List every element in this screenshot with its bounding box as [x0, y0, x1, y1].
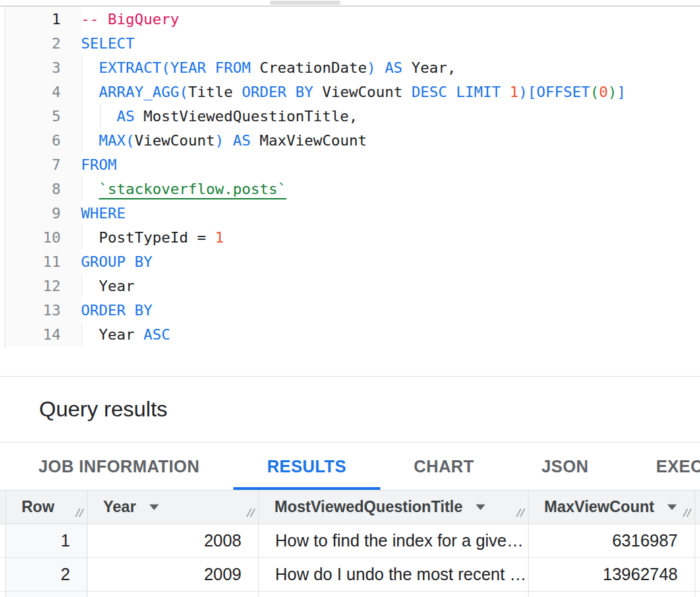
row-gutter-cell [0, 558, 6, 591]
column-header-year[interactable]: Year [88, 491, 259, 524]
code-line-text: `stackoverflow.posts` [61, 181, 287, 197]
column-header-label: Row [22, 498, 55, 516]
line-number: 11 [0, 253, 61, 270]
tab-results[interactable]: RESULTS [233, 443, 380, 490]
line-number: 3 [0, 59, 61, 76]
table-filler-cell [695, 491, 700, 524]
results-tabbar: JOB INFORMATIONRESULTSCHARTJSONEXECUTION… [0, 443, 700, 491]
column-header-maxviewcount[interactable]: MaxViewCount [529, 491, 695, 524]
table-filler-cell [695, 592, 700, 597]
code-line-text: Year [61, 278, 134, 294]
table-cell [88, 592, 259, 597]
table-cell: 2009 [88, 558, 259, 591]
code-line: 8 `stackoverflow.posts` [0, 177, 700, 201]
tab-chart[interactable]: CHART [380, 443, 508, 490]
row-gutter-cell [0, 592, 6, 597]
line-number: 6 [0, 132, 61, 149]
table-body: 12008How to find the index for a give…63… [0, 524, 700, 592]
code-line: 1-- BigQuery [0, 7, 700, 31]
code-line: 5 AS MostViewedQuestionTitle, [0, 104, 700, 128]
code-line-text: MAX(ViewCount) AS MaxViewCount [61, 132, 367, 149]
code-line: 9WHERE [0, 201, 700, 225]
row-gutter-cell [0, 524, 6, 557]
sort-dropdown-icon[interactable] [475, 503, 486, 511]
table-filler-cell [695, 558, 700, 591]
code-line-text: ARRAY_AGG(Title ORDER BY ViewCount DESC … [61, 84, 626, 100]
code-line: 14 Year ASC [0, 322, 700, 346]
query-results-header: Query results [0, 377, 700, 443]
table-cell: 6316987 [529, 524, 695, 557]
line-number: 1 [0, 11, 61, 28]
code-line: 11GROUP BY [0, 249, 700, 274]
code-line: 4 ARRAY_AGG(Title ORDER BY ViewCount DES… [0, 80, 700, 104]
line-number: 12 [0, 278, 61, 294]
top-scrollbar-track [0, 0, 700, 5]
code-line-text: GROUP BY [61, 253, 152, 270]
table-filler-cell [695, 524, 700, 557]
indent-guide [82, 177, 82, 201]
sql-editor[interactable]: 1-- BigQuery2SELECT3 EXTRACT(YEAR FROM C… [0, 7, 700, 377]
line-number: 13 [0, 302, 61, 319]
column-resize-handle-icon[interactable] [73, 503, 85, 522]
line-number: 14 [0, 326, 61, 343]
column-resize-handle-icon[interactable] [514, 503, 526, 522]
column-resize-handle-icon[interactable] [680, 503, 693, 522]
column-header-label: MostViewedQuestionTitle [274, 498, 463, 516]
table-cell: How do I undo the most recent … [259, 558, 529, 591]
scrollbar-thumb[interactable] [270, 1, 341, 5]
code-line: 7FROM [0, 152, 700, 177]
column-header-mostviewedquestiontitle[interactable]: MostViewedQuestionTitle [259, 491, 529, 524]
table-row: 12008How to find the index for a give…63… [0, 524, 700, 558]
code-line: 2SELECT [0, 31, 700, 55]
column-header-label: Year [103, 498, 136, 516]
code-line: 13ORDER BY [0, 298, 700, 322]
table-cell: 1 [6, 524, 88, 557]
tab-json[interactable]: JSON [508, 443, 622, 490]
sort-dropdown-icon[interactable] [666, 503, 678, 511]
results-table: RowYearMostViewedQuestionTitleMaxViewCou… [0, 491, 700, 597]
tab-job-information[interactable]: JOB INFORMATION [5, 443, 233, 490]
table-cell: 2008 [88, 524, 259, 557]
code-line: 12 Year [0, 274, 700, 298]
tab-execution-details[interactable]: EXECUTION DETAILS [622, 443, 700, 490]
code-line-text: ORDER BY [61, 302, 152, 319]
code-line: 3 EXTRACT(YEAR FROM CreationDate) AS Yea… [0, 55, 700, 80]
sort-dropdown-icon[interactable] [148, 503, 160, 511]
table-cell [529, 592, 695, 597]
code-lines[interactable]: 1-- BigQuery2SELECT3 EXTRACT(YEAR FROM C… [0, 7, 700, 346]
table-header-row: RowYearMostViewedQuestionTitleMaxViewCou… [0, 491, 700, 524]
code-line-text: AS MostViewedQuestionTitle, [61, 108, 358, 125]
indent-guide [82, 322, 82, 346]
column-resize-handle-icon[interactable] [244, 503, 256, 522]
code-line-text: -- BigQuery [61, 11, 179, 28]
table-cell [259, 592, 529, 597]
line-number: 5 [0, 108, 61, 125]
indent-guide [100, 104, 100, 128]
line-number: 7 [0, 156, 61, 173]
code-line-text: FROM [61, 156, 117, 173]
code-line-text: PostTypeId = 1 [61, 229, 224, 246]
row-gutter-cell [0, 491, 6, 524]
line-number: 9 [0, 205, 61, 222]
indent-guide [82, 55, 82, 152]
page-title: Query results [39, 397, 167, 422]
table-cell: How to find the index for a give… [259, 524, 529, 557]
table-cell [6, 592, 88, 597]
line-number: 8 [0, 181, 61, 197]
column-header-row[interactable]: Row [6, 491, 88, 524]
code-line: 10 PostTypeId = 1 [0, 225, 700, 249]
code-line-text: WHERE [61, 205, 125, 222]
table-row: 22009How do I undo the most recent …1396… [0, 558, 700, 592]
indent-guide [82, 274, 82, 298]
table-row-partial [0, 592, 700, 597]
table-cell: 13962748 [529, 558, 695, 591]
line-number: 4 [0, 84, 61, 100]
indent-guide [82, 225, 82, 249]
code-line-text: SELECT [61, 35, 134, 52]
column-header-label: MaxViewCount [544, 498, 654, 516]
code-line-text: EXTRACT(YEAR FROM CreationDate) AS Year, [61, 59, 456, 76]
code-line-text: Year ASC [61, 326, 170, 343]
table-cell: 2 [6, 558, 88, 591]
code-line: 6 MAX(ViewCount) AS MaxViewCount [0, 128, 700, 152]
line-number: 2 [0, 35, 61, 52]
